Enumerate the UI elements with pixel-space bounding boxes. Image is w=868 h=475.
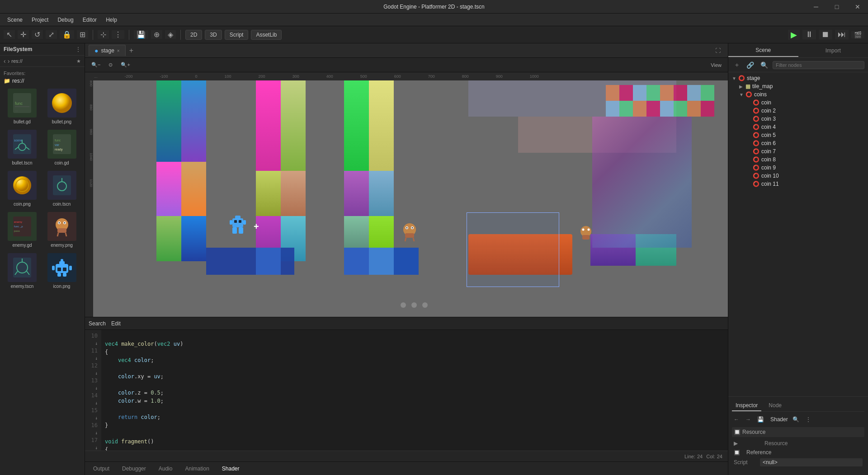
mode-2d-btn[interactable]: 2D xyxy=(185,30,202,40)
select-tool[interactable]: ↖ xyxy=(4,30,15,39)
file-bullet-tscn[interactable]: scene bullet.tscn xyxy=(4,128,41,167)
menu-help[interactable]: Help xyxy=(102,16,121,24)
tab-close[interactable]: × xyxy=(117,48,120,53)
group-tool[interactable]: ⊞ xyxy=(77,30,88,39)
zoom-in-btn[interactable]: 🔍+ xyxy=(118,61,132,69)
tab-audio[interactable]: Audio xyxy=(154,464,177,474)
tree-node-coin7[interactable]: ▶ ⭕ coin 7 🔒🔗👁 xyxy=(728,147,868,155)
close-button[interactable]: ✕ xyxy=(847,0,868,14)
node-vis[interactable]: 👁 xyxy=(857,75,864,81)
svg-text:func _p: func _p xyxy=(14,225,23,228)
file-enemy-png[interactable]: enemy.png xyxy=(43,210,80,249)
game-scene: + xyxy=(93,80,728,317)
enemy-tscn-thumb xyxy=(8,253,37,282)
node-name-coin11: coin 11 xyxy=(761,181,779,187)
script-btn[interactable]: Script xyxy=(225,30,249,40)
svg-rect-5 xyxy=(13,134,31,154)
filesystem-menu-icon[interactable]: ⋮ xyxy=(75,46,81,52)
scene-tab[interactable]: Scene xyxy=(728,44,798,57)
more-tool[interactable]: ⋮ xyxy=(112,30,124,39)
insp-more[interactable]: ⋮ xyxy=(804,415,813,423)
rotate-tool[interactable]: ↺ xyxy=(32,30,43,39)
nav-favorite[interactable]: ★ xyxy=(76,58,81,64)
add-node-btn[interactable]: ＋ xyxy=(732,60,742,70)
tab-output[interactable]: Output xyxy=(89,464,114,474)
script-label: Script xyxy=(230,32,244,38)
file-coin-gd[interactable]: funcvarready coin.gd xyxy=(43,128,80,167)
viewport[interactable]: ... -200 -100 0 100 200 300 400 500 600 … xyxy=(85,72,728,317)
tree-node-stage[interactable]: ▼ ⭕ stage 🔒 👁 xyxy=(728,74,868,82)
play-button[interactable]: ▶ xyxy=(788,30,800,40)
file-enemy-tscn[interactable]: enemy.tscn xyxy=(4,251,41,291)
tab-debugger[interactable]: Debugger xyxy=(118,464,151,474)
tab-shader[interactable]: Shader xyxy=(217,464,244,474)
insp-search[interactable]: 🔍 xyxy=(791,415,801,423)
code-edit[interactable]: Edit xyxy=(111,320,121,327)
tree-node-coin9[interactable]: ▶ ⭕ coin 9 🔒🔗👁 xyxy=(728,164,868,172)
file-coin-tscn[interactable]: coin.tscn xyxy=(43,169,80,208)
instance-tool[interactable]: ⊕ xyxy=(151,30,162,39)
maximize-button[interactable]: □ xyxy=(826,0,847,14)
move-tool[interactable]: ✛ xyxy=(18,30,29,39)
file-coin-png[interactable]: coin.png xyxy=(4,169,41,208)
node-tab[interactable]: Node xyxy=(765,400,785,411)
resource-row: ▶ Resource xyxy=(732,439,864,448)
tab-animation[interactable]: Animation xyxy=(180,464,213,474)
tree-node-coin4[interactable]: ▶ ⭕ coin 4 🔒🔗👁 xyxy=(728,123,868,131)
stop-button[interactable]: ⏹ xyxy=(819,30,832,39)
node-lock[interactable]: 🔒 xyxy=(848,75,856,81)
insp-forward[interactable]: → xyxy=(744,415,753,423)
save-tool[interactable]: 💾 xyxy=(134,30,148,39)
nav-path: res:// xyxy=(11,58,22,64)
zoom-reset-btn[interactable]: ⊙ xyxy=(106,61,115,69)
tree-node-coins[interactable]: ▼ ⭕ coins 🔒 👁 xyxy=(728,90,868,99)
fs-res-folder[interactable]: 📁 res:// xyxy=(2,77,83,85)
filter-node-btn[interactable]: 🔍 xyxy=(759,61,770,70)
menu-project[interactable]: Project xyxy=(28,16,52,24)
mode-3d-btn[interactable]: 3D xyxy=(205,30,222,40)
movie-button[interactable]: 🎬 xyxy=(851,31,864,38)
view-button[interactable]: View xyxy=(708,61,724,69)
code-search[interactable]: Search xyxy=(89,320,106,327)
tab-add-button[interactable]: + xyxy=(126,45,137,56)
scale-tool[interactable]: ⤢ xyxy=(46,30,57,39)
tree-node-coin10[interactable]: ▶ ⭕ coin 10 🔒🔗👁 xyxy=(728,172,868,180)
zoom-out-btn[interactable]: 🔍− xyxy=(89,61,103,69)
pointer-tool[interactable]: ◈ xyxy=(165,30,176,39)
link-node-btn[interactable]: 🔗 xyxy=(745,61,756,70)
tree-node-coin11[interactable]: ▶ ⭕ coin 11 🔒🔗👁 xyxy=(728,180,868,188)
node-filter-input[interactable] xyxy=(773,61,864,69)
tab-stage[interactable]: ● stage × xyxy=(89,45,126,56)
menu-editor[interactable]: Editor xyxy=(79,16,100,24)
file-icon-png[interactable]: icon.png xyxy=(43,251,80,291)
pause-button[interactable]: ⏸ xyxy=(802,30,816,39)
coin-tscn-name: coin.tscn xyxy=(53,202,71,207)
lock-tool[interactable]: 🔒 xyxy=(60,30,74,39)
tree-node-coin6[interactable]: ▶ ⭕ coin 6 🔒🔗👁 xyxy=(728,139,868,147)
tree-node-coin2[interactable]: ▶ ⭕ coin 2 🔒🔗👁 xyxy=(728,107,868,115)
tree-node-coin8[interactable]: ▶ ⭕ coin 8 🔒🔗👁 xyxy=(728,155,868,164)
nav-back[interactable]: ‹ xyxy=(4,57,6,65)
fullscreen-button[interactable]: ⛶ xyxy=(712,46,724,56)
code-content[interactable]: vec4 make_color(vec2 uv) { vec4 color; c… xyxy=(101,330,728,451)
inspector-tab[interactable]: Inspector xyxy=(732,400,761,411)
snap-tool[interactable]: ⊹ xyxy=(98,30,109,39)
menu-scene[interactable]: Scene xyxy=(4,16,26,24)
menu-debug[interactable]: Debug xyxy=(54,16,77,24)
file-bullet-png[interactable]: bullet.png xyxy=(43,87,80,126)
tree-node-coin[interactable]: ▶ ⭕ coin 🔒🔗👁 xyxy=(728,99,868,107)
insp-back[interactable]: ← xyxy=(732,415,741,423)
code-body: 10 ↓ 11 ↓ 12 ↓ 13 ↓ 14 ↓ 15 ↓ 16 ↓ 17 ↓ xyxy=(85,330,728,451)
insp-save[interactable]: 💾 xyxy=(755,415,766,423)
minimize-button[interactable]: ─ xyxy=(806,0,826,14)
file-bullet-gd[interactable]: func... bullet.gd xyxy=(4,87,41,126)
tree-node-coin3[interactable]: ▶ ⭕ coin 3 🔒🔗👁 xyxy=(728,115,868,123)
tree-node-coin5[interactable]: ▶ ⭕ coin 5 🔒🔗👁 xyxy=(728,131,868,139)
step-button[interactable]: ⏭ xyxy=(835,30,849,39)
tree-node-tilemap[interactable]: ▶ ▦ tile_map 🔒 👁 xyxy=(728,82,868,90)
nav-forward[interactable]: › xyxy=(8,57,10,65)
resource-header[interactable]: 🔲 Resource xyxy=(732,427,864,437)
import-tab[interactable]: Import xyxy=(798,45,868,56)
file-enemy-gd[interactable]: enemyfunc _ppass enemy.gd xyxy=(4,210,41,249)
assetlib-btn[interactable]: AssetLib xyxy=(251,30,282,40)
